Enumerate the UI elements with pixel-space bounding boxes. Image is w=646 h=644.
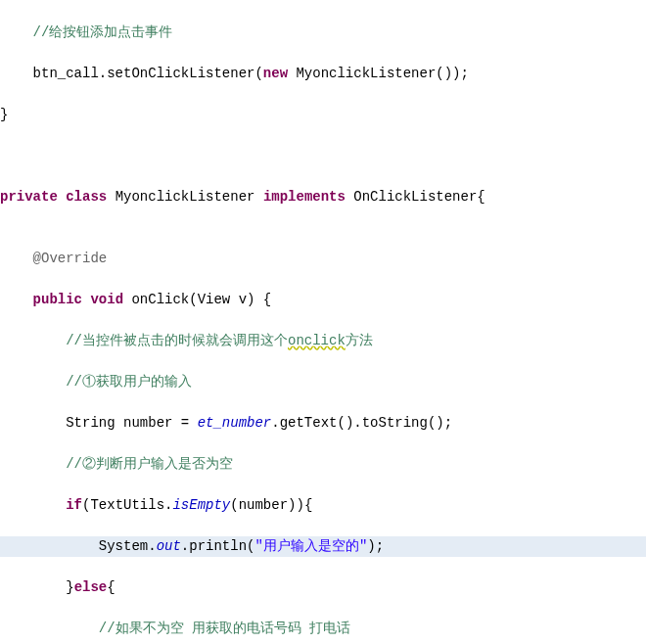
code-line: //给按钮添加点击事件 xyxy=(0,23,646,43)
highlighted-line: System.out.println("用户输入是空的"); xyxy=(0,536,646,557)
code-line: //如果不为空 用获取的电话号码 打电话 xyxy=(0,619,646,639)
code-line: //当控件被点击的时候就会调用这个onclick方法 xyxy=(0,331,646,351)
code-line: private class MyonclickListener implemen… xyxy=(0,187,646,207)
code-line: String number = et_number.getText().toSt… xyxy=(0,413,646,434)
code-line: if(TextUtils.isEmpty(number)){ xyxy=(0,495,646,516)
comment: //给按钮添加点击事件 xyxy=(0,24,172,40)
code-line: }else{ xyxy=(0,577,646,598)
code-line: public void onClick(View v) { xyxy=(0,290,646,310)
code-line: //①获取用户的输入 xyxy=(0,372,646,392)
code-line: } xyxy=(0,105,646,125)
code-line: //②判断用户输入是否为空 xyxy=(0,454,646,475)
annotation: @Override xyxy=(33,251,108,266)
code-line: @Override xyxy=(0,249,646,269)
code-editor[interactable]: //给按钮添加点击事件 btn_call.setOnClickListener(… xyxy=(0,0,646,644)
code-line: btn_call.setOnClickListener(new Myonclic… xyxy=(0,64,646,84)
